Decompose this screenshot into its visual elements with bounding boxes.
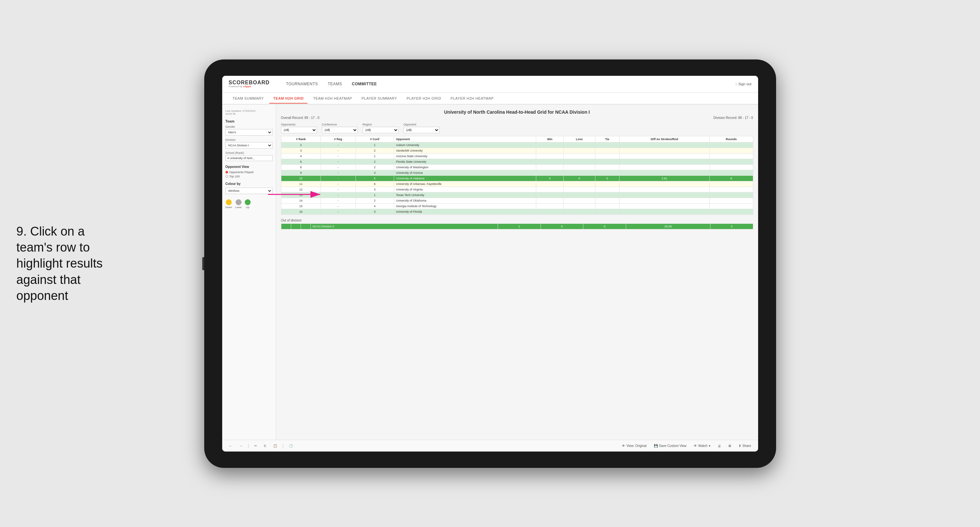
th-rank: # Rank (281, 136, 321, 142)
logo-area: SCOREBOARD Powered by clippd (229, 80, 270, 88)
sub-nav-player-summary[interactable]: PLAYER SUMMARY (358, 94, 401, 103)
save-custom-view-button[interactable]: 💾 Save Custom View (652, 443, 689, 449)
radio-opponents-played[interactable]: Opponents Played (226, 170, 272, 174)
out-division-row[interactable]: NCAA Division II 1 0 0 26.00 3 (281, 223, 753, 229)
table-row[interactable]: 2 - 1 Auburn University (281, 142, 753, 148)
toolbar-paste[interactable]: 📋 (271, 443, 279, 449)
th-diff: Diff Av Strokes/Rnd (619, 136, 710, 142)
table-row[interactable]: 13 - 1 Texas Tech University (281, 192, 753, 197)
out-division-table: NCAA Division II 1 0 0 26.00 3 (281, 223, 753, 229)
filter-conference-group: Conference (All) (322, 123, 358, 133)
legend-row: Down Level Up (226, 199, 272, 209)
nav-committee[interactable]: COMMITTEE (352, 80, 377, 88)
tablet-side-button (202, 257, 204, 270)
toolbar-copy[interactable]: ⎘ (262, 443, 268, 449)
logo-powered: Powered by clippd (229, 85, 270, 88)
table-row[interactable]: 14 - 2 University of Oklahoma (281, 197, 753, 203)
table-row[interactable]: 3 - 2 Vanderbilt University (281, 148, 753, 153)
filter-opponents-group: Opponents: (All) (281, 123, 317, 133)
table-row[interactable]: 16 - 3 University of Florida (281, 209, 753, 214)
nav-tournaments[interactable]: TOURNAMENTS (286, 80, 318, 88)
share-icon: ⬆ (738, 444, 741, 447)
toolbar-sep2: | (282, 443, 284, 448)
table-row[interactable]: 6 - 2 Florida State University (281, 159, 753, 164)
table-row[interactable]: 8 - 2 University of Washington (281, 164, 753, 170)
filter-conference-select[interactable]: (All) (322, 127, 358, 133)
tablet-frame: SCOREBOARD Powered by clippd TOURNAMENTS… (204, 59, 776, 468)
toolbar-right: 👁 View: Original 💾 Save Custom View 👁 Wa… (620, 443, 753, 449)
sub-nav-player-h2h-grid[interactable]: PLAYER H2H GRID (402, 94, 445, 103)
division-record: Division Record: 88 - 17 - 0 (713, 116, 753, 119)
watch-icon: 👁 (694, 444, 697, 447)
table-row[interactable]: 9 - 3 University of Arizona (281, 170, 753, 175)
th-conf: # Conf (356, 136, 394, 142)
toolbar-monitor[interactable]: 🖥 (726, 443, 733, 449)
filter-region-select[interactable]: (All) (363, 127, 399, 133)
top-nav: SCOREBOARD Powered by clippd TOURNAMENTS… (222, 76, 758, 93)
step-number: 9. (16, 224, 27, 238)
filter-opponent-label: Opponent (404, 123, 439, 126)
toolbar-undo[interactable]: ← (227, 443, 234, 449)
sidebar-division-label: Division (226, 138, 272, 142)
sign-out-link[interactable]: Sign out (738, 82, 751, 86)
nav-teams[interactable]: TEAMS (328, 80, 342, 88)
filter-opponent-group: Opponent (All) (404, 123, 439, 133)
colour-by-select[interactable]: Win/loss (226, 188, 272, 194)
instruction-body: Click on a team's row to highlight resul… (16, 224, 103, 303)
watch-chevron: ▾ (709, 444, 710, 447)
highlighted-table-row[interactable]: 10 - 5 University of Alabama 3 0 0 2.61 … (281, 175, 753, 181)
radio-dot-opponents (226, 171, 228, 174)
filter-conference-label: Conference (322, 123, 358, 126)
sub-nav-team-h2h-heatmap[interactable]: TEAM H2H HEATMAP (309, 94, 356, 103)
filter-opponent-select[interactable]: (All) (404, 127, 439, 133)
share-button[interactable]: ⬆ Share (737, 443, 753, 449)
outer-container: 9. Click on a team's row to highlight re… (0, 0, 980, 527)
main-content: Last Updated: 27/03/2024 16:55:38 Team G… (222, 105, 758, 440)
toolbar-print[interactable]: 🖨 (716, 443, 723, 449)
out-of-division-section: Out of division NCAA Division II 1 0 (281, 218, 753, 229)
th-loss: Loss (563, 136, 595, 142)
table-header-row: # Rank # Reg # Conf Opponent Win Loss Ti… (281, 136, 753, 142)
table-row[interactable]: 4 - 1 Arizona State University (281, 153, 753, 159)
th-win: Win (536, 136, 563, 142)
h2h-table: # Rank # Reg # Conf Opponent Win Loss Ti… (281, 136, 753, 215)
grid-title: University of North Carolina Head-to-Hea… (281, 110, 753, 115)
th-rounds: Rounds (710, 136, 753, 142)
th-opponent: Opponent (394, 136, 536, 142)
radio-top100[interactable]: Top 100 (226, 175, 272, 178)
sign-out-separator: | (736, 82, 737, 86)
radio-dot-top100 (226, 175, 228, 178)
view-original-button[interactable]: 👁 View: Original (620, 443, 649, 449)
sub-nav: TEAM SUMMARY TEAM H2H GRID TEAM H2H HEAT… (222, 93, 758, 105)
opponent-view-title: Opponent View (226, 165, 272, 169)
grid-records: Overall Record: 89 - 17 - 0 Division Rec… (281, 116, 753, 119)
logo-scoreboard: SCOREBOARD (229, 80, 270, 85)
sidebar-gender-label: Gender (226, 125, 272, 128)
sub-nav-team-h2h-grid[interactable]: TEAM H2H GRID (269, 94, 307, 103)
toolbar-clock[interactable]: 🕐 (287, 443, 295, 449)
tablet-screen: SCOREBOARD Powered by clippd TOURNAMENTS… (222, 76, 758, 452)
nav-links: TOURNAMENTS TEAMS COMMITTEE (286, 80, 377, 88)
table-row[interactable]: 15 - 4 Georgia Institute of Technology (281, 203, 753, 209)
legend-down: Down (226, 199, 232, 209)
toolbar-redo[interactable]: → (237, 443, 245, 449)
sidebar-school-box: 4 University of Nort... (226, 155, 272, 161)
sidebar-division-select[interactable]: NCAA Division I (226, 142, 272, 149)
filter-opponents-select[interactable]: (All) (281, 127, 317, 133)
legend-level: Level (235, 199, 242, 209)
watch-button[interactable]: 👁 Watch ▾ (692, 443, 713, 449)
table-row[interactable]: 11 - 6 University of Arkansas, Fayettevi… (281, 181, 753, 186)
toolbar-sep1: | (248, 443, 249, 448)
sidebar: Last Updated: 27/03/2024 16:55:38 Team G… (222, 105, 276, 440)
sidebar-gender-select[interactable]: Men's (226, 129, 272, 135)
legend-dot-level (235, 199, 242, 205)
toolbar-scissors[interactable]: ✂ (252, 443, 259, 449)
table-row[interactable]: 12 - 3 University of Virginia (281, 186, 753, 192)
sub-nav-team-summary[interactable]: TEAM SUMMARY (229, 94, 268, 103)
sidebar-timestamp: Last Updated: 27/03/2024 16:55:38 (226, 110, 272, 115)
view-icon: 👁 (622, 444, 625, 447)
th-reg: # Reg (321, 136, 356, 142)
filter-opponents-label: Opponents: (281, 123, 317, 126)
sub-nav-player-h2h-heatmap[interactable]: PLAYER H2H HEATMAP (447, 94, 498, 103)
grid-content: University of North Carolina Head-to-Hea… (276, 105, 758, 440)
